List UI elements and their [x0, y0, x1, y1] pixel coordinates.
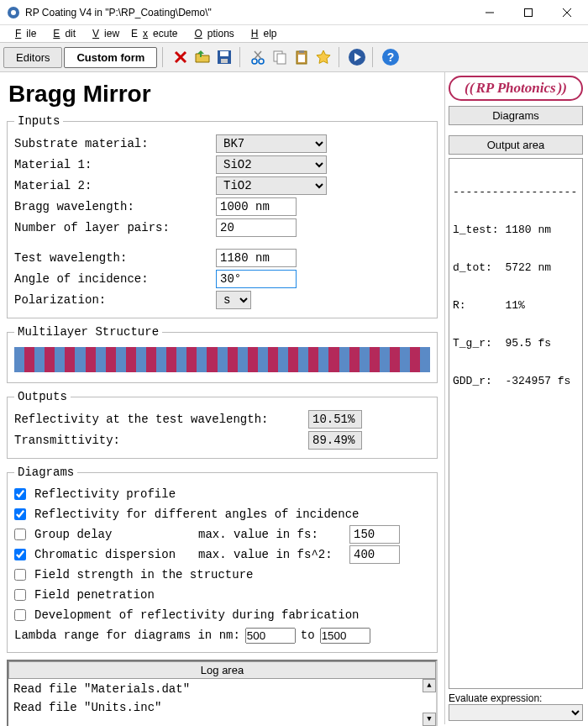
transmittivity-value: 89.49% [308, 431, 362, 450]
editors-button[interactable]: Editors [3, 47, 62, 68]
test-wl-label: Test wavelength: [14, 251, 216, 265]
svg-rect-10 [221, 59, 228, 63]
delete-icon[interactable] [171, 47, 191, 67]
polarization-select[interactable]: s [216, 291, 251, 309]
menu-edit[interactable]: Edit [43, 26, 81, 41]
diag-reflprofile-check[interactable] [14, 488, 26, 500]
diag-reflangles-label: Reflectivity for different angles of inc… [34, 508, 359, 521]
pairs-input[interactable] [216, 218, 297, 237]
lambda-label: Lambda range for diagrams in nm: [14, 629, 240, 642]
log-area: Log area Read file "Materials.dat" Read … [7, 660, 438, 726]
window-title: RP Coating V4 in "P:\RP_Coating\Demo\" [25, 7, 470, 18]
diagrams-button[interactable]: Diagrams [449, 106, 583, 125]
cut-icon[interactable] [248, 47, 268, 67]
diag-groupdelay-label: Group delay [34, 528, 198, 541]
separator [339, 47, 342, 67]
substrate-label: Substrate material: [14, 137, 216, 150]
eval-label: Evaluate expression: [449, 692, 542, 704]
scroll-down-icon[interactable]: ▼ [423, 713, 436, 726]
copy-icon[interactable] [270, 47, 290, 67]
svg-point-12 [259, 59, 264, 64]
transmittivity-label: Transmittivity: [14, 434, 308, 447]
pairs-label: Number of layer pairs: [14, 221, 216, 234]
diag-chromatic-label: Chromatic dispersion [34, 548, 198, 561]
eval-select[interactable] [449, 704, 583, 721]
save-icon[interactable] [214, 47, 234, 67]
minimize-button[interactable] [470, 0, 509, 25]
material2-select[interactable]: TiO2 [216, 176, 327, 195]
inputs-legend: Inputs [14, 114, 63, 128]
bragg-input[interactable] [216, 197, 297, 216]
output-line: R: 11% [453, 299, 579, 312]
chromatic-max-label: max. value in fs^2: [198, 548, 349, 561]
log-header: Log area [8, 661, 436, 679]
diag-reflangles-check[interactable] [14, 508, 26, 520]
separator [162, 47, 165, 67]
open-icon[interactable] [192, 47, 213, 67]
menu-help[interactable]: Help [241, 26, 282, 41]
diagrams-group: Diagrams Reflectivity profile Reflectivi… [7, 466, 438, 653]
diag-fieldpen-check[interactable] [14, 589, 26, 601]
output-area-button[interactable]: Output area [449, 135, 583, 155]
diag-groupdelay-check[interactable] [14, 529, 26, 540]
diag-fieldstrength-label: Field strength in the structure [34, 568, 253, 581]
separator [239, 47, 243, 67]
paste-icon[interactable] [291, 47, 312, 67]
chromatic-max-input[interactable] [349, 545, 400, 564]
lambda-from-input[interactable] [245, 628, 296, 644]
close-button[interactable] [548, 0, 586, 25]
output-line: d_tot: 5722 nm [453, 261, 579, 274]
menu-view[interactable]: View [82, 26, 124, 41]
test-wl-input[interactable] [216, 249, 297, 267]
svg-rect-19 [298, 55, 305, 62]
app-icon [7, 6, 20, 19]
menu-bar: File Edit View Execute Options Help [0, 25, 588, 42]
output-line: T_g_r: 95.5 fs [453, 337, 579, 350]
menu-execute[interactable]: Execute [126, 26, 182, 41]
inputs-group: Inputs Substrate material:BK7 Material 1… [7, 114, 438, 318]
svg-point-1 [11, 10, 16, 15]
svg-text:?: ? [387, 50, 395, 64]
multilayer-group: Multilayer Structure [7, 325, 438, 383]
lambda-to-label: to [301, 629, 315, 642]
diag-devrefl-label: Development of reflectivity during fabri… [34, 608, 359, 622]
reflectivity-label: Reflectivity at the test wavelength: [14, 413, 308, 426]
custom-form-button[interactable]: Custom form [64, 47, 157, 68]
angle-label: Angle of incidence: [14, 272, 216, 286]
lambda-to-input[interactable] [320, 628, 370, 644]
diag-devrefl-check[interactable] [14, 609, 26, 621]
menu-options[interactable]: Options [184, 26, 239, 41]
help-icon[interactable]: ? [381, 47, 401, 67]
material1-select[interactable]: SiO2 [216, 155, 327, 174]
substrate-select[interactable]: BK7 [216, 134, 327, 153]
diagrams-legend: Diagrams [14, 466, 77, 479]
multilayer-diagram [14, 347, 430, 372]
svg-point-11 [252, 59, 257, 64]
svg-rect-3 [525, 8, 533, 16]
diag-fieldpen-label: Field penetration [34, 588, 155, 602]
angle-input[interactable] [216, 270, 297, 288]
menu-file[interactable]: File [5, 26, 41, 41]
scroll-up-icon[interactable]: ▲ [423, 679, 436, 692]
svg-rect-9 [220, 51, 228, 56]
polarization-label: Polarization: [14, 293, 216, 307]
bragg-label: Bragg wavelength: [14, 200, 216, 213]
page-title: Bragg Mirror [8, 81, 438, 108]
title-bar: RP Coating V4 in "P:\RP_Coating\Demo\" [0, 0, 588, 25]
groupdelay-max-input[interactable] [349, 525, 400, 544]
separator [372, 47, 375, 67]
reflectivity-value: 10.51% [308, 410, 362, 429]
diag-chromatic-check[interactable] [14, 549, 26, 560]
toolbar: Editors Custom form ? [0, 42, 588, 72]
maximize-button[interactable] [509, 0, 548, 25]
side-panel: RP Photonics Diagrams Output area ------… [444, 72, 586, 724]
diag-fieldstrength-check[interactable] [14, 569, 26, 581]
output-line: GDD_r: -324957 fs [453, 375, 579, 387]
material1-label: Material 1: [14, 158, 216, 171]
run-icon[interactable] [347, 47, 367, 67]
favorite-icon[interactable] [313, 47, 333, 67]
rp-photonics-logo: RP Photonics [449, 76, 583, 101]
svg-rect-18 [299, 50, 304, 53]
material2-label: Material 2: [14, 179, 216, 192]
log-line: Read file "Units.inc" [13, 701, 431, 714]
